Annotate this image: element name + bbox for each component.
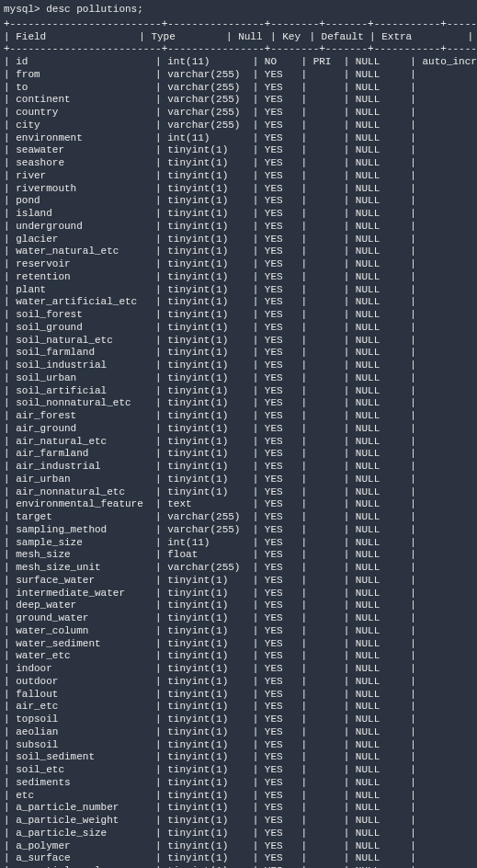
table-header-row: | Field | Type | Null | Key | Default | … <box>4 31 473 44</box>
table-row: | id | int(11) | NO | PRI | NULL | auto_… <box>4 56 473 69</box>
table-row: | air_industrial | tinyint(1) | YES | | … <box>4 461 473 474</box>
table-row: | a_particle_weight | tinyint(1) | YES |… <box>4 815 473 828</box>
table-row: | glacier | tinyint(1) | YES | | NULL | … <box>4 234 473 246</box>
table-row: | water_natural_etc | tinyint(1) | YES |… <box>4 246 473 258</box>
table-row: | air_etc | tinyint(1) | YES | | NULL | … <box>4 701 473 714</box>
table-body: | id | int(11) | NO | PRI | NULL | auto_… <box>4 56 473 868</box>
table-row: | soil_ground | tinyint(1) | YES | | NUL… <box>4 322 473 335</box>
table-row: | continent | varchar(255) | YES | | NUL… <box>4 94 473 107</box>
table-row: | country | varchar(255) | YES | | NULL … <box>4 107 473 120</box>
table-row: | fallout | tinyint(1) | YES | | NULL | … <box>4 689 473 702</box>
table-row: | a_particle_number | tinyint(1) | YES |… <box>4 802 473 815</box>
table-row: | underground | tinyint(1) | YES | | NUL… <box>4 221 473 234</box>
table-row: | sample_size | int(11) | YES | | NULL |… <box>4 537 473 550</box>
header-field: Field <box>16 31 139 44</box>
table-row: | sediments | tinyint(1) | YES | | NULL … <box>4 777 473 790</box>
table-row: | indoor | tinyint(1) | YES | | NULL | | <box>4 663 473 676</box>
table-row: | soil_forest | tinyint(1) | YES | | NUL… <box>4 309 473 322</box>
table-row: | air_urban | tinyint(1) | YES | | NULL … <box>4 474 473 486</box>
header-extra: Extra <box>381 31 467 44</box>
table-row: | seawater | tinyint(1) | YES | | NULL |… <box>4 144 473 157</box>
table-row: | a_surface | tinyint(1) | YES | | NULL … <box>4 852 473 865</box>
table-row: | air_natural_etc | tinyint(1) | YES | |… <box>4 436 473 449</box>
table-row: | from | varchar(255) | YES | | NULL | | <box>4 69 473 82</box>
table-row: | intermediate_water | tinyint(1) | YES … <box>4 588 473 600</box>
header-null: Null <box>238 31 270 44</box>
table-row: | water_artificial_etc | tinyint(1) | YE… <box>4 296 473 309</box>
table-row: | ground_water | tinyint(1) | YES | | NU… <box>4 612 473 625</box>
table-row: | air_farmland | tinyint(1) | YES | | NU… <box>4 448 473 461</box>
header-default: Default <box>322 31 369 44</box>
table-row: | deep_water | tinyint(1) | YES | | NULL… <box>4 600 473 612</box>
table-row: | plant | tinyint(1) | YES | | NULL | | <box>4 284 473 297</box>
pipe: | <box>467 31 473 44</box>
table-row: | sampling_method | varchar(255) | YES |… <box>4 524 473 537</box>
table-row: | river | tinyint(1) | YES | | NULL | | <box>4 170 473 183</box>
table-row: | outdoor | tinyint(1) | YES | | NULL | … <box>4 676 473 689</box>
table-row: | soil_artificial | tinyint(1) | YES | |… <box>4 385 473 398</box>
pipe: | <box>139 31 151 44</box>
table-row: | soil_industrial | tinyint(1) | YES | |… <box>4 360 473 372</box>
table-divider-mid: +-------------------------+-------------… <box>4 43 473 56</box>
table-row: | mesh_size_unit | varchar(255) | YES | … <box>4 562 473 575</box>
header-type: Type <box>151 31 226 44</box>
pipe: | <box>369 31 381 44</box>
table-row: | environment | int(11) | YES | | NULL |… <box>4 132 473 145</box>
table-row: | reservoir | tinyint(1) | YES | | NULL … <box>4 258 473 271</box>
table-row: | soil_natural_etc | tinyint(1) | YES | … <box>4 335 473 348</box>
table-row: | soil_sediment | tinyint(1) | YES | | N… <box>4 751 473 764</box>
table-divider-top: +-------------------------+-------------… <box>4 18 473 31</box>
table-row: | topsoil | tinyint(1) | YES | | NULL | … <box>4 714 473 726</box>
table-row: | air_ground | tinyint(1) | YES | | NULL… <box>4 423 473 436</box>
table-row: | to | varchar(255) | YES | | NULL | | <box>4 82 473 95</box>
pipe: | <box>226 31 238 44</box>
pipe: | <box>309 31 321 44</box>
table-row: | water_sediment | tinyint(1) | YES | | … <box>4 638 473 651</box>
table-row: | a_polymer | tinyint(1) | YES | | NULL … <box>4 840 473 853</box>
table-row: | retention | tinyint(1) | YES | | NULL … <box>4 271 473 284</box>
header-key: Key <box>282 31 309 44</box>
table-row: | soil_nonnatural_etc | tinyint(1) | YES… <box>4 397 473 410</box>
table-row: | air_forest | tinyint(1) | YES | | NULL… <box>4 410 473 423</box>
table-row: | city | varchar(255) | YES | | NULL | | <box>4 120 473 132</box>
table-row: | water_column | tinyint(1) | YES | | NU… <box>4 625 473 638</box>
table-row: | island | tinyint(1) | YES | | NULL | | <box>4 208 473 221</box>
table-row: | subsoil | tinyint(1) | YES | | NULL | … <box>4 739 473 752</box>
table-row: | soil_urban | tinyint(1) | YES | | NULL… <box>4 372 473 385</box>
table-row: | target | varchar(255) | YES | | NULL |… <box>4 511 473 524</box>
table-row: | environmental_feature | text | YES | |… <box>4 498 473 511</box>
table-row: | pond | tinyint(1) | YES | | NULL | | <box>4 195 473 208</box>
table-row: | soil_etc | tinyint(1) | YES | | NULL |… <box>4 764 473 777</box>
table-row: | etc | tinyint(1) | YES | | NULL | | <box>4 790 473 803</box>
pipe: | <box>4 31 16 44</box>
table-row: | mesh_size | float | YES | | NULL | | <box>4 549 473 562</box>
table-row: | aeolian | tinyint(1) | YES | | NULL | … <box>4 726 473 739</box>
table-row: | surface_water | tinyint(1) | YES | | N… <box>4 575 473 588</box>
table-row: | water_etc | tinyint(1) | YES | | NULL … <box>4 650 473 663</box>
table-row: | air_nonnatural_etc | tinyint(1) | YES … <box>4 486 473 499</box>
table-row: | soil_farmland | tinyint(1) | YES | | N… <box>4 347 473 360</box>
mysql-prompt[interactable]: mysql> desc pollutions; <box>4 4 473 17</box>
table-row: | a_particle_size | tinyint(1) | YES | |… <box>4 828 473 840</box>
table-row: | rivermouth | tinyint(1) | YES | | NULL… <box>4 183 473 196</box>
pipe: | <box>270 31 282 44</box>
table-row: | seashore | tinyint(1) | YES | | NULL |… <box>4 157 473 170</box>
